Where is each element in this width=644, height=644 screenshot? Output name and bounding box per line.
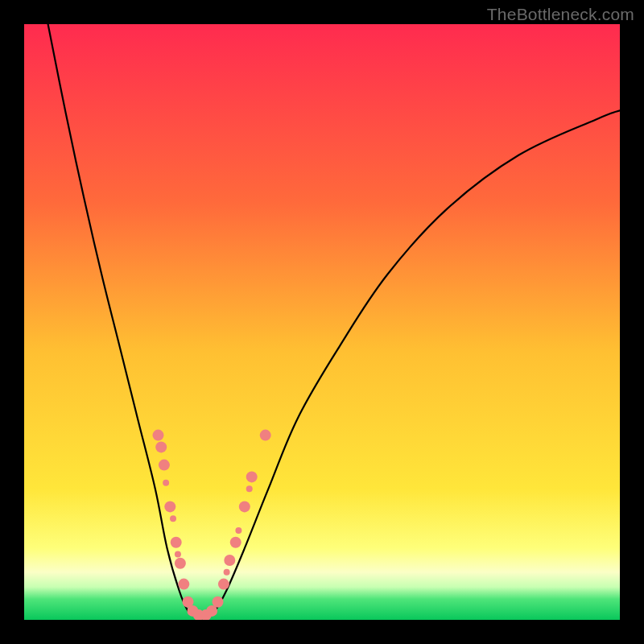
highlight-dot (163, 480, 169, 486)
highlight-dot (164, 501, 175, 512)
highlight-dot (170, 515, 176, 522)
highlight-dot (171, 537, 182, 548)
watermark-text: TheBottleneck.com (487, 5, 634, 24)
highlight-dot (175, 551, 181, 558)
highlight-dot (213, 597, 224, 608)
highlight-dot (159, 460, 170, 471)
highlight-dot (230, 537, 242, 548)
chart-frame: TheBottleneck.com (0, 0, 644, 644)
highlight-dot (224, 569, 230, 576)
highlight-dot (155, 441, 167, 452)
highlight-dot (235, 527, 242, 534)
bottleneck-curve (48, 24, 620, 617)
highlight-dot (178, 579, 189, 590)
highlight-dot (153, 430, 164, 441)
highlight-dot (246, 471, 258, 482)
plot-area (24, 24, 620, 620)
highlight-dot (246, 485, 253, 492)
highlight-dot (175, 558, 186, 569)
highlight-dot (260, 430, 271, 441)
curve-layer (24, 24, 620, 620)
highlight-dot (224, 555, 235, 566)
highlight-dot (239, 501, 250, 512)
highlight-dot (218, 579, 229, 590)
